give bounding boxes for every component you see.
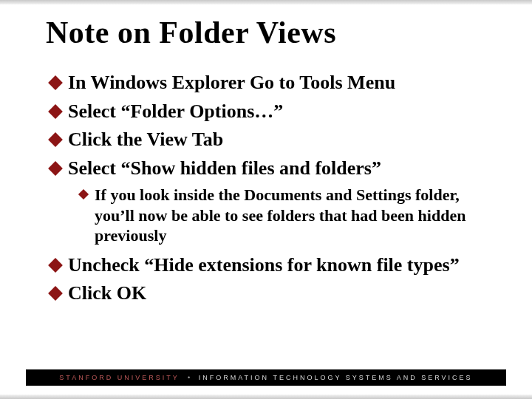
slide-footer: STANFORD UNIVERSITY • INFORMATION TECHNO… bbox=[0, 369, 532, 392]
top-edge-gradient bbox=[0, 0, 532, 4]
sub-bullet-item: If you look inside the Documents and Set… bbox=[80, 185, 494, 246]
bullet-text: Select “Show hidden files and folders” bbox=[68, 157, 381, 181]
sub-bullet-list: If you look inside the Documents and Set… bbox=[80, 185, 494, 246]
diamond-bullet-icon bbox=[48, 75, 63, 90]
bottom-edge-gradient bbox=[0, 395, 532, 399]
bullet-text: Select “Folder Options…” bbox=[68, 100, 283, 124]
diamond-bullet-icon bbox=[48, 132, 63, 147]
diamond-bullet-icon bbox=[48, 258, 63, 273]
slide-content: Note on Folder Views In Windows Explorer… bbox=[46, 15, 494, 310]
diamond-bullet-icon bbox=[48, 104, 63, 119]
bullet-item: Click OK bbox=[50, 282, 494, 306]
diamond-bullet-icon bbox=[78, 189, 89, 200]
slide-title: Note on Folder Views bbox=[46, 15, 494, 50]
bullet-item: In Windows Explorer Go to Tools Menu bbox=[50, 71, 494, 95]
footer-department: INFORMATION TECHNOLOGY SYSTEMS AND SERVI… bbox=[199, 374, 473, 381]
diamond-bullet-icon bbox=[48, 161, 63, 176]
bullet-item: Uncheck “Hide extensions for known file … bbox=[50, 253, 494, 278]
bullet-text: Click OK bbox=[68, 282, 146, 306]
footer-text: STANFORD UNIVERSITY • INFORMATION TECHNO… bbox=[59, 374, 472, 381]
footer-separator-icon: • bbox=[183, 374, 194, 381]
diamond-bullet-icon bbox=[48, 286, 63, 301]
bullet-list: In Windows Explorer Go to Tools Menu Sel… bbox=[50, 71, 494, 306]
bullet-text: In Windows Explorer Go to Tools Menu bbox=[68, 71, 395, 95]
footer-brand: STANFORD UNIVERSITY bbox=[59, 374, 179, 381]
bullet-item: Select “Folder Options…” bbox=[50, 100, 494, 124]
bullet-item: Select “Show hidden files and folders” bbox=[50, 157, 494, 181]
bullet-text: Uncheck “Hide extensions for known file … bbox=[68, 253, 460, 278]
sub-bullet-text: If you look inside the Documents and Set… bbox=[95, 185, 494, 246]
footer-band: STANFORD UNIVERSITY • INFORMATION TECHNO… bbox=[26, 369, 506, 386]
bullet-text: Click the View Tab bbox=[68, 128, 223, 152]
slide: Note on Folder Views In Windows Explorer… bbox=[0, 0, 532, 399]
bullet-item: Click the View Tab bbox=[50, 128, 494, 152]
